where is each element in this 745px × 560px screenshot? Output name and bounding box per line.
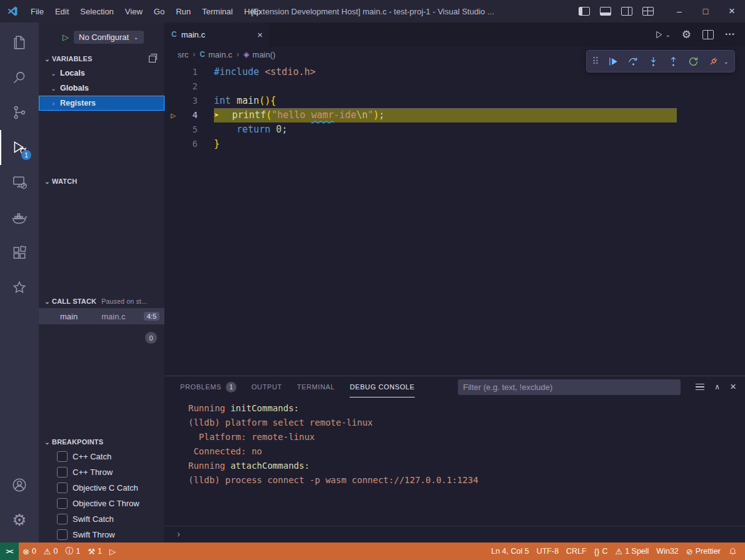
breakpoint-row[interactable]: Objective C Throw xyxy=(39,496,165,511)
settings-gear-icon[interactable]: ⚙ xyxy=(0,502,39,538)
start-debug-icon[interactable]: ▷ xyxy=(63,32,69,42)
code-editor[interactable]: 1#include <stdio.h>23int main(){▷4➤print… xyxy=(165,62,745,376)
breakpoint-checkbox[interactable] xyxy=(57,514,68,524)
panel-tab-terminal[interactable]: TERMINAL xyxy=(297,376,335,398)
menu-terminal[interactable]: Terminal xyxy=(196,7,238,16)
breakpoint-gutter[interactable] xyxy=(165,79,181,94)
docker-icon[interactable] xyxy=(0,200,39,235)
menu-file[interactable]: File xyxy=(25,7,49,16)
stack-frame-row[interactable]: main main.c 4:5 xyxy=(39,308,165,324)
breakpoint-row[interactable]: C++ Catch xyxy=(39,449,165,464)
status-tool[interactable]: ⚒1 xyxy=(84,542,106,560)
collapse-all-icon[interactable] xyxy=(149,56,156,62)
watch-header[interactable]: ⌄ WATCH xyxy=(39,174,165,188)
language-mode[interactable]: {}C xyxy=(590,542,612,560)
breadcrumb-folder[interactable]: src xyxy=(178,50,188,59)
search-icon[interactable] xyxy=(0,60,39,95)
notifications-bell-icon[interactable] xyxy=(724,542,741,560)
cursor-position[interactable]: Ln 4, Col 5 xyxy=(487,542,532,560)
call-stack-header[interactable]: ⌄ CALL STACK Paused on st... xyxy=(39,294,165,308)
menu-edit[interactable]: Edit xyxy=(49,7,74,16)
menu-selection[interactable]: Selection xyxy=(74,7,119,16)
status-errors[interactable]: ⊗0 xyxy=(19,542,40,560)
step-out-button[interactable] xyxy=(667,56,679,68)
close-panel-icon[interactable]: × xyxy=(730,381,736,393)
continue-button[interactable] xyxy=(607,56,619,68)
breakpoint-checkbox[interactable] xyxy=(57,451,68,462)
restart-button[interactable] xyxy=(687,56,699,68)
step-over-button[interactable] xyxy=(627,56,639,68)
more-actions-icon[interactable]: ··· xyxy=(725,29,735,40)
star-icon[interactable] xyxy=(0,270,39,305)
menu-view[interactable]: View xyxy=(119,7,148,16)
code-line-2[interactable]: 2 xyxy=(165,79,745,94)
breadcrumb-symbol[interactable]: ◈ main() xyxy=(243,50,275,59)
chevron-down-icon[interactable]: ⌄ xyxy=(724,58,729,65)
toggle-sidebar-icon[interactable] xyxy=(579,7,590,16)
breakpoint-row[interactable]: Swift Throw xyxy=(39,527,165,542)
breakpoint-gutter[interactable] xyxy=(165,94,181,108)
panel-tab-problems[interactable]: PROBLEMS1 xyxy=(180,376,236,398)
status-info[interactable]: ⓘ1 xyxy=(61,542,84,560)
customize-layout-icon[interactable] xyxy=(642,7,654,16)
code-line-4[interactable]: ▷4➤printf("hello wamr-ide\n"); xyxy=(165,108,745,122)
accounts-icon[interactable] xyxy=(0,468,39,502)
maximize-button[interactable]: □ xyxy=(692,0,719,22)
breakpoint-gutter[interactable] xyxy=(165,137,181,151)
launch-configuration-select[interactable]: No Configurat ⌄ xyxy=(74,31,144,44)
step-into-button[interactable] xyxy=(647,56,659,68)
panel-tab-output[interactable]: OUTPUT xyxy=(251,376,282,398)
toggle-secondary-sidebar-icon[interactable] xyxy=(621,7,632,16)
explorer-icon[interactable] xyxy=(0,25,39,60)
breakpoint-checkbox[interactable] xyxy=(57,529,68,540)
run-and-debug-icon[interactable]: 1 xyxy=(0,130,39,165)
console-filter-input[interactable] xyxy=(458,379,681,395)
eol[interactable]: CRLF xyxy=(562,542,590,560)
code-line-5[interactable]: 5 return 0; xyxy=(165,122,745,137)
disconnect-button[interactable] xyxy=(707,56,719,68)
breakpoint-checkbox[interactable] xyxy=(57,498,68,509)
breakpoint-gutter[interactable] xyxy=(165,122,181,137)
code-line-3[interactable]: 3int main(){ xyxy=(165,94,745,108)
maximize-panel-icon[interactable]: ∧ xyxy=(714,382,720,391)
tab-close-icon[interactable]: × xyxy=(257,29,263,40)
configure-gear-icon[interactable]: ⚙ xyxy=(682,28,691,41)
breakpoint-row[interactable]: C++ Throw xyxy=(39,464,165,480)
variables-header[interactable]: ⌄ VARIABLES xyxy=(39,52,165,66)
drag-grip-icon[interactable]: ⠿ xyxy=(592,56,599,67)
debug-current-line-arrow-icon[interactable]: ▷ xyxy=(165,108,181,122)
panel-tab-debug-console[interactable]: DEBUG CONSOLE xyxy=(350,376,415,398)
remote-explorer-icon[interactable] xyxy=(0,165,39,200)
variable-scope-locals[interactable]: ⌄Locals xyxy=(39,66,165,81)
breakpoints-header[interactable]: ⌄ BREAKPOINTS xyxy=(39,435,165,449)
debug-console-output[interactable]: Running initCommands:(lldb) platform sel… xyxy=(165,398,745,526)
breadcrumb-file[interactable]: C main.c xyxy=(200,50,232,59)
minimize-button[interactable]: – xyxy=(666,0,692,22)
breakpoint-checkbox[interactable] xyxy=(57,467,68,478)
remote-indicator[interactable]: >< xyxy=(0,542,19,560)
status-warnings[interactable]: ⚠0 xyxy=(40,542,62,560)
platform-target[interactable]: Win32 xyxy=(652,542,682,560)
output-options-icon[interactable] xyxy=(696,384,704,391)
extensions-icon[interactable] xyxy=(0,235,39,270)
breakpoint-checkbox[interactable] xyxy=(57,482,68,493)
status-debug[interactable]: ▷ xyxy=(106,542,119,560)
tab-main-c[interactable]: C main.c × xyxy=(165,22,269,46)
toggle-panel-icon[interactable] xyxy=(600,7,611,16)
menu-go[interactable]: Go xyxy=(148,7,170,16)
variable-scope-globals[interactable]: ⌄Globals xyxy=(39,81,165,96)
breakpoint-gutter[interactable] xyxy=(165,65,181,79)
menu-run[interactable]: Run xyxy=(170,7,196,16)
encoding[interactable]: UTF-8 xyxy=(533,542,562,560)
close-button[interactable]: × xyxy=(719,0,745,22)
spell-checker[interactable]: ⚠1 Spell xyxy=(611,542,652,560)
source-control-icon[interactable] xyxy=(0,95,39,130)
breakpoint-row[interactable]: Swift Catch xyxy=(39,511,165,527)
variable-scope-registers[interactable]: ›Registers xyxy=(39,96,165,111)
breakpoint-row[interactable]: Objective C Catch xyxy=(39,480,165,496)
debug-console-input[interactable]: › xyxy=(165,526,745,542)
run-or-debug-button[interactable]: ⌄ xyxy=(654,30,670,39)
split-editor-icon[interactable] xyxy=(702,30,714,39)
code-line-6[interactable]: 6} xyxy=(165,137,745,151)
prettier[interactable]: ⊘Prettier xyxy=(682,542,724,560)
